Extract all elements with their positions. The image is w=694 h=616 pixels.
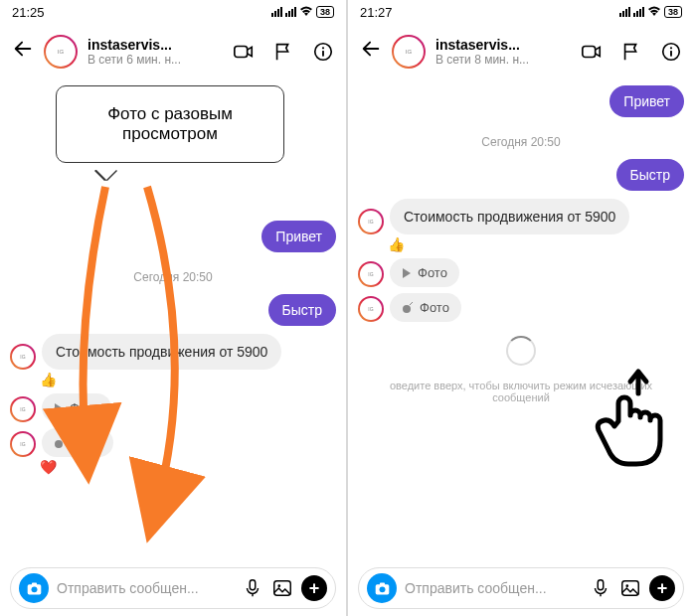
info-icon[interactable] bbox=[660, 41, 682, 63]
input-placeholder: Отправить сообщен... bbox=[405, 580, 582, 596]
gallery-icon[interactable] bbox=[619, 577, 641, 599]
svg-point-13 bbox=[670, 47, 672, 49]
svg-rect-11 bbox=[583, 47, 596, 58]
bomb-icon bbox=[54, 437, 66, 449]
signal-icon bbox=[619, 7, 630, 17]
avatar[interactable]: IG bbox=[358, 209, 384, 234]
chat-header: IG instaservis... В сети 6 мин. н... bbox=[0, 24, 346, 79]
camera-button[interactable] bbox=[367, 573, 397, 603]
sent-message[interactable]: Быстр bbox=[268, 294, 336, 326]
status-time: 21:25 bbox=[12, 5, 45, 20]
message-row: IG Фото bbox=[358, 258, 684, 287]
add-button[interactable]: + bbox=[649, 575, 675, 601]
svg-rect-19 bbox=[598, 580, 604, 590]
message-row: IG Стоимость продвижения от 5900 bbox=[358, 199, 684, 234]
input-placeholder: Отправить сообщен... bbox=[57, 580, 234, 596]
message-input[interactable]: Отправить сообщен... + bbox=[358, 567, 684, 609]
status-bar: 21:27 38 bbox=[348, 0, 694, 24]
timestamp: Сегодня 20:50 bbox=[358, 135, 684, 149]
chat-username[interactable]: instaservis... bbox=[435, 37, 571, 53]
svg-rect-18 bbox=[379, 582, 384, 585]
gallery-icon[interactable] bbox=[271, 577, 293, 599]
reaction-thumb-icon[interactable]: 👍 bbox=[388, 236, 684, 252]
svg-point-15 bbox=[403, 305, 411, 313]
status-time: 21:27 bbox=[360, 5, 393, 20]
mic-icon[interactable] bbox=[590, 577, 611, 599]
wifi-icon bbox=[647, 5, 661, 20]
sent-message[interactable]: Быстр bbox=[616, 159, 684, 191]
play-icon bbox=[54, 403, 64, 413]
photo-chip-play[interactable]: Фото bbox=[390, 258, 459, 287]
sent-message[interactable]: Привет bbox=[609, 85, 684, 117]
input-bar: Отправить сообщен... + bbox=[348, 560, 694, 616]
mic-icon[interactable] bbox=[242, 577, 263, 599]
photo-chip-bomb[interactable]: Фото bbox=[390, 293, 461, 322]
flag-icon[interactable] bbox=[272, 41, 294, 63]
tooltip-bubble: Фото с разовым просмотром bbox=[56, 85, 284, 163]
avatar[interactable]: IG bbox=[358, 296, 384, 322]
sent-message[interactable]: Привет bbox=[261, 221, 336, 252]
svg-rect-14 bbox=[670, 51, 672, 57]
play-icon bbox=[402, 268, 412, 278]
chat-body: Привет Сегодня 20:50 Быстр IG Стоимость … bbox=[348, 79, 694, 560]
camera-button[interactable] bbox=[19, 573, 49, 603]
svg-rect-8 bbox=[250, 580, 256, 590]
back-button[interactable] bbox=[360, 38, 382, 66]
back-button[interactable] bbox=[12, 38, 34, 66]
flag-icon[interactable] bbox=[620, 41, 642, 63]
battery-icon: 38 bbox=[664, 6, 682, 18]
signal-icon bbox=[271, 7, 282, 17]
svg-point-17 bbox=[379, 586, 385, 592]
swipe-up-gesture-icon bbox=[589, 366, 668, 479]
loading-spinner bbox=[506, 336, 536, 366]
phone-right: 21:27 38 IG instaservis... В сети 8 мин.… bbox=[348, 0, 694, 616]
photo-label: Фото bbox=[418, 265, 447, 280]
svg-point-10 bbox=[277, 584, 280, 587]
info-icon[interactable] bbox=[312, 41, 334, 63]
signal-icon bbox=[633, 7, 644, 17]
video-call-icon[interactable] bbox=[581, 41, 603, 63]
svg-rect-9 bbox=[274, 581, 291, 596]
status-bar: 21:25 38 bbox=[0, 0, 346, 24]
avatar[interactable]: IG bbox=[358, 261, 384, 287]
video-call-icon[interactable] bbox=[233, 41, 255, 63]
svg-point-4 bbox=[55, 440, 63, 448]
phone-left: 21:25 38 IG instaservis... В сети 6 мин.… bbox=[0, 0, 346, 616]
battery-icon: 38 bbox=[316, 6, 334, 18]
svg-point-2 bbox=[322, 47, 324, 49]
chat-presence: В сети 8 мин. н... bbox=[435, 53, 571, 67]
annotation-arrow bbox=[117, 187, 217, 519]
avatar[interactable]: IG bbox=[10, 344, 36, 370]
chat-presence: В сети 6 мин. н... bbox=[87, 53, 223, 67]
message-input[interactable]: Отправить сообщен... + bbox=[10, 567, 336, 609]
svg-rect-3 bbox=[322, 51, 324, 57]
svg-rect-20 bbox=[622, 581, 639, 596]
avatar[interactable]: IG bbox=[10, 431, 36, 457]
photo-label: Фото bbox=[420, 300, 449, 315]
chat-body: Фото с разовым просмотром Привет Сегодня… bbox=[0, 79, 346, 560]
bomb-icon bbox=[402, 302, 414, 314]
avatar[interactable]: IG bbox=[392, 35, 426, 69]
chat-header: IG instaservis... В сети 8 мин. н... bbox=[348, 24, 694, 79]
signal-icon bbox=[285, 7, 296, 17]
input-bar: Отправить сообщен... + bbox=[0, 560, 346, 616]
svg-point-6 bbox=[31, 586, 37, 592]
svg-point-21 bbox=[625, 584, 628, 587]
avatar[interactable]: IG bbox=[10, 396, 36, 422]
add-button[interactable]: + bbox=[301, 575, 327, 601]
svg-rect-7 bbox=[31, 582, 36, 585]
received-message[interactable]: Стоимость продвижения от 5900 bbox=[390, 199, 629, 234]
wifi-icon bbox=[299, 5, 313, 20]
svg-rect-0 bbox=[235, 47, 248, 58]
chat-username[interactable]: instaservis... bbox=[87, 37, 223, 53]
avatar[interactable]: IG bbox=[44, 35, 78, 69]
message-row: IG Фото bbox=[358, 293, 684, 322]
